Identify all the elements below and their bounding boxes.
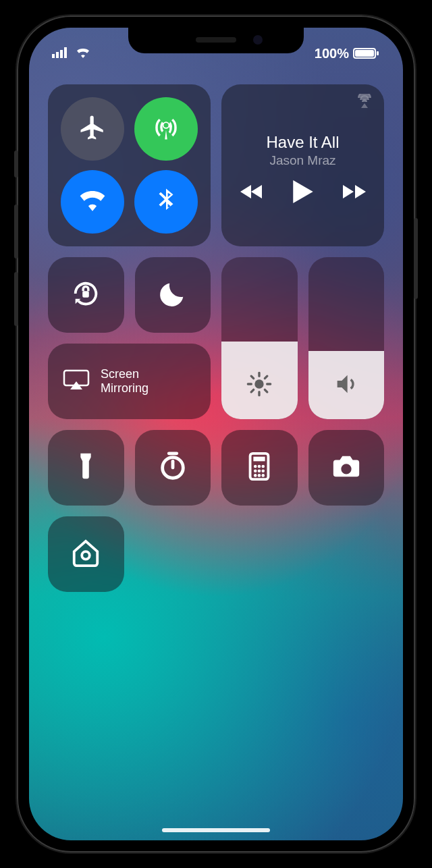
orientation-lock-icon: [70, 278, 101, 312]
phone-frame: 100%: [17, 16, 415, 852]
previous-track-button[interactable]: [240, 184, 263, 202]
svg-line-13: [265, 376, 268, 379]
do-not-disturb-toggle[interactable]: [135, 257, 211, 333]
calculator-icon: [244, 451, 275, 485]
cellular-antenna-icon: [152, 113, 180, 144]
brightness-fill: [221, 342, 298, 419]
svg-point-20: [254, 465, 257, 468]
now-playing-title: Have It All: [266, 133, 339, 152]
flashlight-button[interactable]: [48, 430, 124, 506]
wifi-toggle[interactable]: [61, 170, 124, 234]
svg-point-26: [254, 474, 257, 477]
screen-mirroring-label-2: Mirroring: [101, 381, 148, 396]
svg-rect-2: [60, 50, 63, 58]
svg-point-5: [255, 379, 264, 388]
svg-point-29: [82, 551, 90, 560]
connectivity-module[interactable]: [48, 84, 211, 246]
timer-button[interactable]: [135, 430, 211, 506]
orientation-lock-toggle[interactable]: [48, 257, 124, 333]
notch: [128, 28, 304, 53]
now-playing-artist: Jason Mraz: [269, 153, 335, 168]
moon-icon: [157, 278, 188, 312]
bluetooth-icon: [152, 186, 180, 217]
svg-point-25: [262, 469, 265, 472]
svg-rect-4: [82, 291, 89, 298]
now-playing-module[interactable]: Have It All Jason Mraz: [221, 84, 384, 246]
svg-point-21: [258, 465, 261, 468]
screen-mirroring-button[interactable]: Screen Mirroring: [48, 344, 211, 419]
svg-point-23: [254, 469, 257, 472]
play-button[interactable]: [293, 180, 313, 206]
svg-rect-19: [254, 457, 265, 462]
airplane-mode-toggle[interactable]: [61, 97, 124, 161]
power-button: [414, 218, 418, 299]
svg-rect-1: [56, 52, 59, 58]
home-button[interactable]: [48, 516, 124, 592]
volume-up-button: [14, 205, 18, 259]
mute-switch: [14, 151, 18, 178]
volume-icon: [333, 371, 360, 400]
next-track-button[interactable]: [343, 184, 366, 202]
bluetooth-toggle[interactable]: [134, 170, 198, 234]
battery-icon: [353, 48, 376, 59]
airplane-icon: [78, 113, 107, 144]
camera-button[interactable]: [308, 430, 385, 506]
airplay-audio-icon: [356, 94, 373, 111]
battery-percent-label: 100%: [315, 46, 349, 61]
airplay-video-icon: [63, 369, 90, 394]
svg-point-27: [258, 474, 261, 477]
wifi-status-icon: [75, 46, 91, 61]
svg-line-11: [265, 389, 268, 392]
camera-icon: [331, 451, 362, 485]
control-center: Have It All Jason Mraz: [48, 84, 384, 592]
timer-icon: [157, 451, 188, 485]
svg-line-12: [251, 389, 254, 392]
svg-point-22: [262, 465, 265, 468]
volume-slider[interactable]: [308, 257, 385, 419]
screen-mirroring-label-1: Screen: [101, 367, 148, 381]
home-indicator[interactable]: [162, 828, 270, 832]
svg-rect-0: [52, 54, 55, 58]
svg-rect-3: [64, 47, 67, 58]
screen: 100%: [29, 28, 403, 840]
svg-point-28: [262, 474, 265, 477]
calculator-button[interactable]: [221, 430, 298, 506]
volume-down-button: [14, 272, 18, 326]
volume-fill: [308, 351, 385, 419]
svg-line-10: [251, 376, 254, 379]
brightness-icon: [246, 371, 273, 400]
wifi-icon: [78, 186, 107, 217]
cellular-signal-icon: [52, 46, 70, 61]
svg-point-24: [258, 469, 261, 472]
flashlight-icon: [70, 451, 101, 485]
home-icon: [70, 537, 101, 571]
cellular-data-toggle[interactable]: [134, 97, 198, 161]
brightness-slider[interactable]: [221, 257, 298, 419]
